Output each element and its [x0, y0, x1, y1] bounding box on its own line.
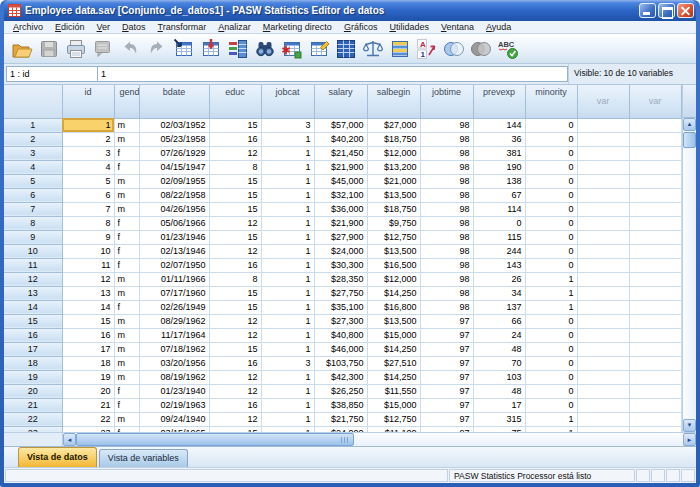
cell-r11-bdate[interactable]: 02/07/1950 [139, 258, 209, 272]
cell-r2-educ[interactable]: 16 [209, 132, 261, 146]
row-header[interactable]: 19 [4, 370, 62, 384]
row-header[interactable]: 16 [4, 328, 62, 342]
row-header[interactable]: 12 [4, 272, 62, 286]
column-header-jobcat[interactable]: jobcat [261, 85, 314, 118]
cell-r19-var[interactable] [629, 370, 681, 384]
cell-r22-bdate[interactable]: 09/24/1940 [139, 412, 209, 426]
cell-r13-bdate[interactable]: 07/17/1960 [139, 286, 209, 300]
cell-r3-prevexp[interactable]: 381 [473, 146, 525, 160]
cell-r5-jobtime[interactable]: 98 [420, 174, 473, 188]
cell-r14-id[interactable]: 14 [62, 300, 114, 314]
cell-r3-bdate[interactable]: 07/26/1929 [139, 146, 209, 160]
cell-r1-id[interactable]: 1 [62, 118, 114, 132]
cell-r1-salbegin[interactable]: $27,000 [367, 118, 420, 132]
open-data-document-button[interactable] [8, 36, 35, 62]
cell-r20-var[interactable] [577, 384, 629, 398]
cell-r9-var[interactable] [577, 230, 629, 244]
row-header[interactable]: 11 [4, 258, 62, 272]
cell-r14-salbegin[interactable]: $16,800 [367, 300, 420, 314]
cell-r19-jobtime[interactable]: 97 [420, 370, 473, 384]
cell-r19-salbegin[interactable]: $14,250 [367, 370, 420, 384]
cell-r21-var[interactable] [629, 398, 681, 412]
cell-r6-salary[interactable]: $32,100 [314, 188, 367, 202]
cell-r12-jobcat[interactable]: 1 [261, 272, 314, 286]
cell-r17-bdate[interactable]: 07/18/1962 [139, 342, 209, 356]
cell-r18-bdate[interactable]: 03/20/1956 [139, 356, 209, 370]
redo-button[interactable] [143, 36, 170, 62]
cell-r13-gender[interactable]: m [114, 286, 139, 300]
cell-r16-id[interactable]: 16 [62, 328, 114, 342]
save-document-button[interactable] [35, 36, 62, 62]
cell-r8-id[interactable]: 8 [62, 216, 114, 230]
horizontal-scroll-track[interactable] [354, 433, 683, 446]
find-button[interactable] [251, 36, 278, 62]
cell-r16-bdate[interactable]: 11/17/1964 [139, 328, 209, 342]
close-button[interactable] [677, 3, 694, 18]
cell-r2-salary[interactable]: $40,200 [314, 132, 367, 146]
cell-r16-var[interactable] [629, 328, 681, 342]
cell-r10-minority[interactable]: 0 [525, 244, 577, 258]
cell-r20-prevexp[interactable]: 48 [473, 384, 525, 398]
row-header[interactable]: 14 [4, 300, 62, 314]
scroll-left-button[interactable]: ◄ [63, 433, 76, 446]
row-header[interactable]: 22 [4, 412, 62, 426]
cell-r10-jobcat[interactable]: 1 [261, 244, 314, 258]
cell-r21-id[interactable]: 21 [62, 398, 114, 412]
cell-r9-educ[interactable]: 15 [209, 230, 261, 244]
cell-r15-salbegin[interactable]: $13,500 [367, 314, 420, 328]
cell-r22-salbegin[interactable]: $12,750 [367, 412, 420, 426]
insert-cases-button[interactable] [278, 36, 305, 62]
cell-r6-jobcat[interactable]: 1 [261, 188, 314, 202]
menu-transformar[interactable]: Transformar [152, 22, 213, 32]
column-header-jobtime[interactable]: jobtime [420, 85, 473, 118]
cell-r12-educ[interactable]: 8 [209, 272, 261, 286]
cell-r10-educ[interactable]: 12 [209, 244, 261, 258]
cell-r6-prevexp[interactable]: 67 [473, 188, 525, 202]
row-header[interactable]: 9 [4, 230, 62, 244]
cell-r12-minority[interactable]: 1 [525, 272, 577, 286]
cell-r12-salbegin[interactable]: $12,000 [367, 272, 420, 286]
cell-r17-salary[interactable]: $46,000 [314, 342, 367, 356]
cell-r17-minority[interactable]: 0 [525, 342, 577, 356]
cell-r15-minority[interactable]: 0 [525, 314, 577, 328]
column-header-salary[interactable]: salary [314, 85, 367, 118]
cell-r7-salary[interactable]: $36,000 [314, 202, 367, 216]
cell-r18-jobtime[interactable]: 97 [420, 356, 473, 370]
cell-r11-salary[interactable]: $30,300 [314, 258, 367, 272]
cell-r7-minority[interactable]: 0 [525, 202, 577, 216]
cell-r10-bdate[interactable]: 02/13/1946 [139, 244, 209, 258]
column-header-var-10[interactable]: var [577, 85, 629, 118]
cell-r20-minority[interactable]: 0 [525, 384, 577, 398]
cell-r7-jobcat[interactable]: 1 [261, 202, 314, 216]
cell-r5-var[interactable] [577, 174, 629, 188]
cell-r4-var[interactable] [629, 160, 681, 174]
cell-r9-prevexp[interactable]: 115 [473, 230, 525, 244]
cell-r13-jobtime[interactable]: 98 [420, 286, 473, 300]
cell-r4-salary[interactable]: $21,900 [314, 160, 367, 174]
cell-r2-bdate[interactable]: 05/23/1958 [139, 132, 209, 146]
cell-r7-var[interactable] [577, 202, 629, 216]
cell-r5-bdate[interactable]: 02/09/1955 [139, 174, 209, 188]
menu-marketing-directo[interactable]: Marketing directo [257, 22, 338, 32]
cell-r20-salary[interactable]: $26,250 [314, 384, 367, 398]
cell-r13-salary[interactable]: $27,750 [314, 286, 367, 300]
scroll-down-button[interactable]: ▼ [683, 419, 696, 432]
cell-r4-salbegin[interactable]: $13,200 [367, 160, 420, 174]
cell-r8-salary[interactable]: $21,900 [314, 216, 367, 230]
value-labels-button[interactable]: A1 [413, 36, 440, 62]
insert-variable-button[interactable] [305, 36, 332, 62]
cell-r7-bdate[interactable]: 04/26/1956 [139, 202, 209, 216]
cell-r4-bdate[interactable]: 04/15/1947 [139, 160, 209, 174]
cell-r4-prevexp[interactable]: 190 [473, 160, 525, 174]
cell-r13-salbegin[interactable]: $14,250 [367, 286, 420, 300]
cell-r8-var[interactable] [577, 216, 629, 230]
cell-r3-minority[interactable]: 0 [525, 146, 577, 160]
spell-check-button[interactable]: ABC [494, 36, 521, 62]
cell-r10-id[interactable]: 10 [62, 244, 114, 258]
cell-r14-jobcat[interactable]: 1 [261, 300, 314, 314]
cell-r12-jobtime[interactable]: 98 [420, 272, 473, 286]
weight-cases-button[interactable] [359, 36, 386, 62]
row-header[interactable]: 4 [4, 160, 62, 174]
cell-r11-var[interactable] [577, 258, 629, 272]
cell-r15-educ[interactable]: 12 [209, 314, 261, 328]
